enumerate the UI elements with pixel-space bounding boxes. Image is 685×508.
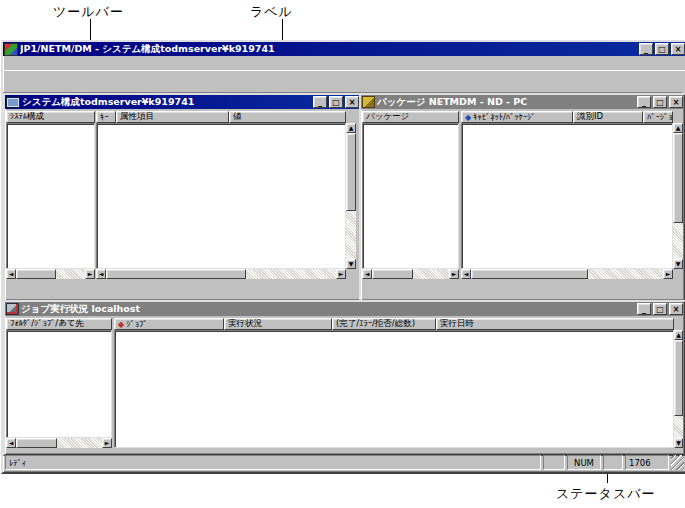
scroll-left-button[interactable]: ◄ xyxy=(362,269,372,279)
scroll-right-button[interactable]: ► xyxy=(449,269,459,279)
scroll-thumb[interactable] xyxy=(372,269,413,279)
scroll-left-button[interactable]: ◄ xyxy=(461,269,471,279)
job-minimize-button[interactable]: _ xyxy=(637,303,651,315)
scroll-right-button[interactable]: ► xyxy=(102,438,112,448)
scroll-left-button[interactable]: ◄ xyxy=(6,269,16,279)
system-tree-header[interactable]: ｼｽﾃﾑ構成 xyxy=(6,111,95,123)
scroll-thumb[interactable] xyxy=(673,133,683,223)
system-window-titlebar[interactable]: システム構成todmserver¥k919741 _ □ × xyxy=(5,95,360,109)
package-hscrollbar[interactable]: ◄ ► xyxy=(461,269,673,279)
column-header-progress[interactable]: 実行状況 xyxy=(224,318,332,330)
mdi-area: システム構成todmserver¥k919741 _ □ × ｼｽﾃﾑ構成 ◄ … xyxy=(3,92,682,452)
package-tree xyxy=(362,123,459,269)
job-window-icon xyxy=(6,303,19,315)
scroll-right-button[interactable]: ► xyxy=(336,269,346,279)
status-ready: ﾚﾃﾞｨ xyxy=(5,455,541,470)
package-maximize-button[interactable]: □ xyxy=(653,96,667,108)
attribute-hscrollbar[interactable]: ◄ ► xyxy=(96,269,346,279)
screen: ツールバー ラベル ステータスバー JP1/NETM/DM - システム構成to… xyxy=(0,0,685,508)
job-tree-header[interactable]: ﾌｫﾙﾀﾞ/ｼﾞｮﾌﾞ/あて先 xyxy=(6,318,112,330)
package-window-titlebar[interactable]: パッケージ NETMDM - ND - PC _ □ × xyxy=(361,95,684,109)
job-tree-hscrollbar[interactable]: ◄ ► xyxy=(6,438,112,448)
system-maximize-button[interactable]: □ xyxy=(329,96,343,108)
scroll-thumb[interactable] xyxy=(346,133,356,211)
attribute-list xyxy=(96,123,346,269)
scroll-right-button[interactable]: ► xyxy=(85,269,95,279)
job-tree xyxy=(6,330,112,438)
column-header-value[interactable]: 値 xyxy=(229,111,346,123)
status-pane-2 xyxy=(603,455,623,470)
menu-bar xyxy=(3,56,685,70)
job-window-titlebar[interactable]: ジョブ実行状況 localhost _ □ × xyxy=(5,302,684,316)
scroll-down-button[interactable]: ▼ xyxy=(674,438,683,448)
scroll-down-button[interactable]: ▼ xyxy=(346,259,356,269)
system-config-window: システム構成todmserver¥k919741 _ □ × ｼｽﾃﾑ構成 ◄ … xyxy=(3,93,362,302)
job-status-window: ジョブ実行状況 localhost _ □ × ﾌｫﾙﾀﾞ/ｼﾞｮﾌﾞ/あて先 … xyxy=(3,300,685,456)
column-header-attribute[interactable]: 属性項目 xyxy=(116,111,229,123)
attribute-vscrollbar[interactable]: ▲ ▼ xyxy=(346,123,356,269)
scroll-thumb[interactable] xyxy=(16,438,57,448)
status-bar: ﾚﾃﾞｨ NUM 1706 xyxy=(5,453,684,470)
system-tree-hscrollbar[interactable]: ◄ ► xyxy=(6,269,95,279)
maximize-button[interactable]: □ xyxy=(655,43,669,55)
package-vscrollbar[interactable]: ▲ ▼ xyxy=(673,123,683,269)
annotation-toolbar: ツールバー xyxy=(53,3,124,21)
status-num-lock: NUM xyxy=(567,455,601,470)
scroll-up-button[interactable]: ▲ xyxy=(674,330,683,340)
status-count: 1706 xyxy=(625,455,669,470)
column-header-key[interactable]: ｷｰ xyxy=(96,111,116,123)
scroll-up-button[interactable]: ▲ xyxy=(346,123,356,133)
scroll-thumb[interactable] xyxy=(471,269,588,279)
package-list xyxy=(461,123,673,269)
sort-icon xyxy=(465,113,471,122)
scroll-track[interactable] xyxy=(16,269,85,279)
status-pane-1 xyxy=(543,455,565,470)
annotation-label: ラベル xyxy=(250,3,293,21)
package-minimize-button[interactable]: _ xyxy=(637,96,651,108)
system-window-icon xyxy=(6,97,20,108)
job-maximize-button[interactable]: □ xyxy=(653,303,667,315)
system-tree xyxy=(6,123,95,269)
job-vscrollbar[interactable]: ▲ ▼ xyxy=(674,330,683,448)
package-tree-hscrollbar[interactable]: ◄ ► xyxy=(362,269,459,279)
package-tree-header[interactable]: パッケージ xyxy=(362,111,459,123)
main-titlebar[interactable]: JP1/NETM/DM - システム構成todmserver¥k919741 _… xyxy=(3,42,685,56)
resize-grip[interactable] xyxy=(671,455,684,470)
column-header-job[interactable]: ｼﾞｮﾌﾞ xyxy=(114,318,224,330)
toolbar xyxy=(3,70,685,93)
system-close-button[interactable]: × xyxy=(345,96,359,108)
scroll-right-button[interactable]: ► xyxy=(663,269,673,279)
column-header-version[interactable]: ﾊﾞｰｼﾞｮﾝ xyxy=(643,111,673,123)
scroll-thumb[interactable] xyxy=(674,340,683,416)
minimize-button[interactable]: _ xyxy=(639,43,653,55)
column-header-id[interactable]: 識別ID xyxy=(573,111,643,123)
package-window-title: パッケージ NETMDM - ND - PC xyxy=(377,96,635,109)
scroll-down-button[interactable]: ▼ xyxy=(673,259,683,269)
package-window-icon xyxy=(362,96,375,108)
column-header-datetime[interactable]: 実行日時 xyxy=(436,318,674,330)
scroll-up-button[interactable]: ▲ xyxy=(673,123,683,133)
scroll-left-button[interactable]: ◄ xyxy=(6,438,16,448)
main-window: JP1/NETM/DM - システム構成todmserver¥k919741 _… xyxy=(1,40,685,474)
scroll-left-button[interactable]: ◄ xyxy=(96,269,106,279)
scroll-thumb[interactable] xyxy=(106,269,246,279)
sort-icon xyxy=(118,320,124,329)
main-window-title: JP1/NETM/DM - システム構成todmserver¥k919741 xyxy=(20,43,637,56)
job-close-button[interactable]: × xyxy=(669,303,683,315)
app-icon xyxy=(4,43,18,56)
column-header-counts[interactable]: (完了/ｴﾗｰ/拒否/総数) xyxy=(332,318,436,330)
scroll-thumb[interactable] xyxy=(16,269,56,279)
package-close-button[interactable]: × xyxy=(669,96,683,108)
system-window-title: システム構成todmserver¥k919741 xyxy=(22,96,311,109)
job-window-title: ジョブ実行状況 localhost xyxy=(21,303,635,316)
column-header-cabinet-package[interactable]: ｷｬﾋﾞﾈｯﾄ/ﾊﾟｯｹｰｼﾞ xyxy=(461,111,573,123)
system-minimize-button[interactable]: _ xyxy=(313,96,327,108)
annotation-statusbar: ステータスバー xyxy=(556,485,656,503)
package-window: パッケージ NETMDM - ND - PC _ □ × パッケージ ◄ ► xyxy=(359,93,685,302)
job-list xyxy=(114,330,674,448)
close-button[interactable]: × xyxy=(671,43,685,55)
